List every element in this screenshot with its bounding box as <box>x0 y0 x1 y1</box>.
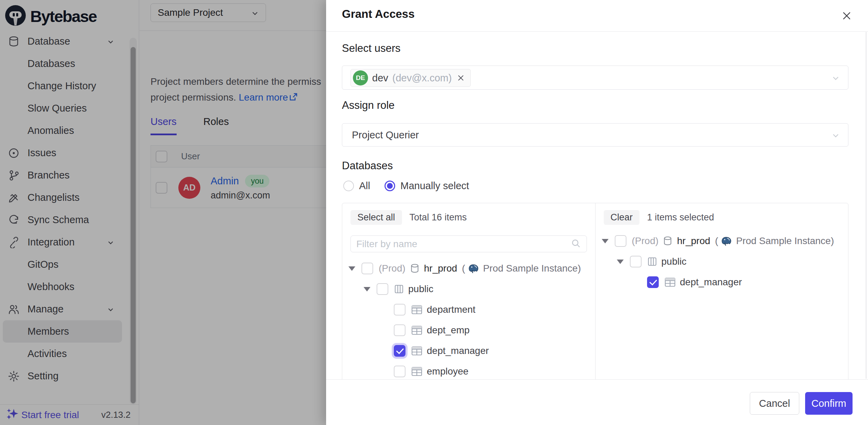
schema-icon <box>394 284 404 294</box>
table-icon <box>411 325 423 335</box>
total-items-label: Total 16 items <box>410 212 467 223</box>
assign-role-label: Assign role <box>342 99 394 112</box>
chip-user-email: (dev@x.com) <box>392 72 452 84</box>
remove-user-icon[interactable] <box>457 74 465 82</box>
modal-scrollbar-rail <box>866 32 867 379</box>
bytebase-app: Bytebase Database Databases Change Histo… <box>0 0 868 425</box>
search-icon <box>571 238 581 250</box>
transfer-source-panel: Select all Total 16 items (Prod) <box>342 203 596 379</box>
role-select-value: Project Querier <box>352 129 419 141</box>
table-icon <box>664 277 676 287</box>
caret-down-icon[interactable] <box>362 287 372 291</box>
radio-circle[interactable] <box>343 181 354 191</box>
selected-user-chip[interactable]: DE dev (dev@x.com) <box>350 69 471 87</box>
checkbox[interactable] <box>394 324 405 336</box>
radio-circle-selected[interactable] <box>385 181 395 191</box>
tree-row-hr-prod[interactable]: (Prod) hr_prod ( Prod Sample Instance) <box>596 231 848 251</box>
avatar: DE <box>353 70 368 85</box>
clear-button[interactable]: Clear <box>604 210 640 225</box>
database-icon <box>663 236 673 246</box>
transfer-target-panel: Clear 1 items selected (Prod) hr_prod <box>596 203 848 379</box>
caret-down-icon[interactable] <box>600 239 610 243</box>
tree-row-dept-manager[interactable]: dept_manager <box>342 341 595 361</box>
checkbox[interactable] <box>394 304 405 315</box>
modal-body: Select users DE dev (dev@x.com) Assign r… <box>326 32 868 379</box>
confirm-button[interactable]: Confirm <box>805 392 853 415</box>
select-users-label: Select users <box>342 42 401 55</box>
modal-footer: Cancel Confirm <box>326 379 868 425</box>
role-select[interactable]: Project Querier <box>342 123 848 147</box>
database-transfer: Select all Total 16 items (Prod) <box>342 203 848 379</box>
table-icon <box>411 346 423 356</box>
chevron-down-icon <box>831 73 841 84</box>
caret-down-icon[interactable] <box>347 266 357 271</box>
checkbox[interactable] <box>615 235 626 247</box>
database-scope-radios: All Manually select <box>343 180 469 192</box>
databases-label: Databases <box>342 160 393 172</box>
grant-access-modal: Grant Access Select users DE dev (dev@x.… <box>326 0 868 425</box>
filter-input[interactable] <box>356 239 571 250</box>
selected-count-label: 1 items selected <box>647 212 714 223</box>
checkbox[interactable] <box>377 283 388 295</box>
tree-row-employee[interactable]: employee <box>342 361 595 379</box>
radio-all[interactable]: All <box>343 180 370 192</box>
postgresql-icon <box>467 263 479 274</box>
users-multiselect[interactable]: DE dev (dev@x.com) <box>342 66 848 90</box>
chevron-down-icon <box>831 131 841 142</box>
table-icon <box>411 366 423 377</box>
tree-row-dept-manager[interactable]: dept_manager <box>596 272 848 292</box>
schema-icon <box>647 256 657 267</box>
filter-field[interactable] <box>350 236 587 252</box>
modal-header: Grant Access <box>326 0 868 32</box>
database-icon <box>410 263 420 274</box>
checkbox-checked[interactable] <box>647 276 659 288</box>
tree-row-department[interactable]: department <box>342 299 595 320</box>
tree-row-dept-emp[interactable]: dept_emp <box>342 320 595 341</box>
tree-row-public[interactable]: public <box>596 251 848 272</box>
checkbox[interactable] <box>394 366 405 377</box>
radio-manually-select[interactable]: Manually select <box>385 180 469 192</box>
close-icon[interactable] <box>839 8 854 23</box>
postgresql-icon <box>720 235 732 247</box>
tree-row-hr-prod[interactable]: (Prod) hr_prod ( Prod Sample Instance) <box>342 258 595 279</box>
source-tree: (Prod) hr_prod ( Prod Sample Instance) <box>342 258 595 379</box>
checkbox[interactable] <box>361 263 373 274</box>
table-icon <box>411 305 423 315</box>
checkbox[interactable] <box>630 256 642 267</box>
tree-row-public[interactable]: public <box>342 279 595 299</box>
select-all-button[interactable]: Select all <box>350 210 402 225</box>
chip-user-name: dev <box>372 72 388 84</box>
modal-title: Grant Access <box>342 8 415 21</box>
checkbox-checked[interactable] <box>394 345 405 357</box>
cancel-button[interactable]: Cancel <box>750 392 799 415</box>
caret-down-icon[interactable] <box>615 260 625 264</box>
target-tree: (Prod) hr_prod ( Prod Sample Instance) <box>596 231 848 292</box>
